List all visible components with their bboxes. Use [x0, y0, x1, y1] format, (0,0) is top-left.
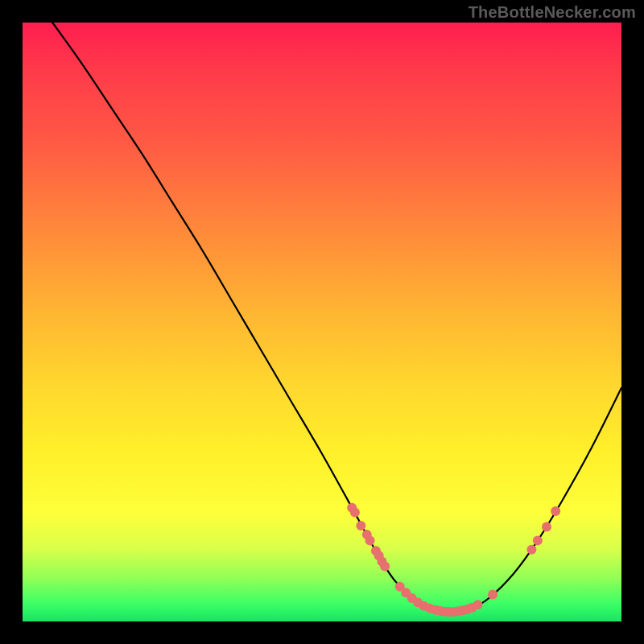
watermark-text: TheBottleNecker.com	[469, 3, 636, 22]
data-dot	[365, 536, 375, 546]
data-dot	[542, 522, 551, 531]
data-dot	[356, 521, 365, 530]
data-dot	[350, 508, 360, 518]
data-dot	[488, 590, 497, 600]
data-dot	[551, 506, 560, 516]
data-dot	[380, 562, 390, 572]
data-dot	[533, 536, 543, 546]
curve-layer	[23, 23, 621, 621]
data-dot	[526, 545, 536, 555]
bottleneck-curve	[52, 23, 621, 612]
chart-frame: TheBottleNecker.com	[0, 0, 644, 644]
data-dot	[473, 600, 482, 609]
plot-area	[23, 23, 621, 621]
data-dots	[347, 503, 560, 617]
